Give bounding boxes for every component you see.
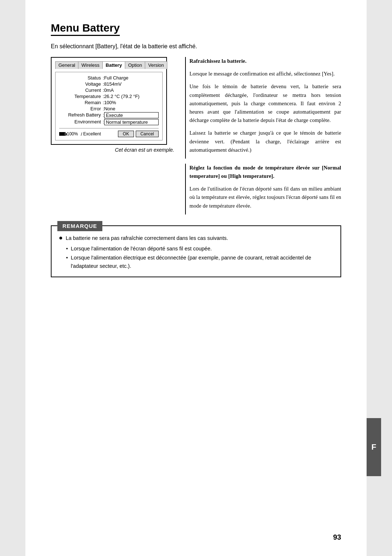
field-value-status: Full Charge [104, 75, 159, 81]
tab-wireless[interactable]: Wireless [78, 61, 103, 69]
button-row: OK Cancel [104, 131, 159, 137]
signal-status: / Excellent [81, 131, 101, 137]
status-bar: 100% / Excellent OK Cancel [59, 128, 159, 137]
tab-bar: General Wireless Battery Option Version [55, 61, 163, 69]
battery-icon [59, 132, 66, 136]
section-refresh-text: Rafraîchissez la batterie. Lorsque le me… [189, 57, 341, 159]
bullet-dot-main: ● [59, 234, 63, 242]
battery-status: 100% [59, 131, 78, 136]
page: F Menu Battery En sélectionnant [Battery… [25, 0, 367, 556]
field-value-environment[interactable]: Normal temperature [104, 119, 159, 125]
caption: Cet écran est un exemple. [51, 147, 174, 153]
field-current: Current : 0mA [59, 87, 159, 93]
remarque-main-bullet: ● La batterie ne sera pas rafraîchie cor… [59, 234, 333, 242]
sub-bullet-1: • Lorsque l'alimentation de l'écran dépo… [66, 245, 333, 253]
tab-version[interactable]: Version [145, 61, 167, 69]
field-value-error: None [104, 106, 159, 111]
field-error: Error : None [59, 106, 159, 111]
tab-general[interactable]: General [55, 61, 78, 69]
sub-bullet-2: • Lorsque l'alimentation électrique est … [66, 254, 333, 270]
signal-icon: / [81, 131, 82, 137]
remarque-title: REMARQUE [57, 221, 102, 231]
field-environment: Environment : Normal temperature [59, 119, 159, 125]
section-temperature: Réglez la fonction du mode de températur… [185, 164, 341, 214]
section-temperature-text: Réglez la fonction du mode de températur… [189, 164, 341, 214]
field-label-temperature: Temperature [59, 94, 103, 99]
remarque-content: ● La batterie ne sera pas rafraîchie cor… [59, 234, 333, 271]
field-value-voltage: 8154mV [104, 81, 159, 87]
ok-button[interactable]: OK [118, 131, 134, 137]
field-label-voltage: Voltage [59, 81, 103, 87]
field-label-status: Status [59, 75, 103, 81]
sub-bullet-text-2: Lorsque l'alimentation électrique est dé… [71, 254, 333, 270]
section1-bullet: Rafraîchissez la batterie. [189, 57, 341, 65]
section1-para1: Lorsque le message de confirmation est a… [189, 70, 341, 78]
remarque-box: REMARQUE ● La batterie ne sera pas rafra… [51, 225, 341, 277]
left-column: General Wireless Battery Option Version … [51, 57, 174, 214]
sub-bullet-text-1: Lorsque l'alimentation de l'écran déport… [71, 245, 212, 253]
section1-para2: Une fois le témoin de batterie devenu ve… [189, 82, 341, 124]
page-title: Menu Battery [51, 22, 120, 36]
vertical-line-2 [185, 164, 186, 214]
field-label-refresh: Refresh Battery [59, 112, 103, 118]
sub-bullet-dot-2: • [66, 254, 68, 270]
section1-para3: Laissez la batterie se charger jusqu'à c… [189, 129, 341, 154]
intro-text: En sélectionnant [Battery], l'état de la… [51, 43, 341, 50]
tab-content: Status : Full Charge Voltage : 8154mV Cu… [55, 72, 163, 140]
field-value-remain: 100% [104, 100, 159, 105]
battery-percent: 100% [67, 131, 78, 136]
field-voltage: Voltage : 8154mV [59, 81, 159, 87]
cancel-button[interactable]: Cancel [136, 131, 159, 137]
signal-label: Excellent [83, 131, 101, 136]
battery-fill [60, 132, 65, 135]
vertical-line-1 [185, 57, 186, 159]
field-value-temperature: 26.2 °C (79.2 °F) [104, 94, 159, 99]
section-refresh: Rafraîchissez la batterie. Lorsque le me… [185, 57, 341, 159]
field-label-remain: Remain [59, 100, 103, 105]
field-value-current: 0mA [104, 87, 159, 93]
sub-bullet-dot-1: • [66, 245, 68, 253]
dialog-box: General Wireless Battery Option Version … [51, 57, 167, 145]
field-label-current: Current [59, 87, 103, 93]
section2-bullet: Réglez la fonction du mode de températur… [189, 164, 341, 180]
page-number: 93 [333, 533, 341, 541]
tab-battery[interactable]: Battery [102, 61, 125, 69]
section2-para1: Lors de l'utilisation de l'écran déporté… [189, 185, 341, 210]
right-column: Rafraîchissez la batterie. Lorsque le me… [185, 57, 341, 214]
two-column-section: General Wireless Battery Option Version … [51, 57, 341, 214]
field-temperature: Temperature : 26.2 °C (79.2 °F) [59, 94, 159, 99]
remarque-main-text: La batterie ne sera pas rafraîchie corre… [66, 234, 228, 242]
field-status: Status : Full Charge [59, 75, 159, 81]
field-remain: Remain : 100% [59, 100, 159, 105]
right-tab-label: F [371, 442, 376, 452]
tab-option[interactable]: Option [125, 61, 145, 69]
right-tab: F [367, 418, 381, 476]
field-value-refresh[interactable]: Execute [104, 112, 159, 118]
field-label-error: Error [59, 106, 103, 111]
field-refresh: Refresh Battery : Execute [59, 112, 159, 118]
field-label-environment: Environment [59, 119, 103, 125]
